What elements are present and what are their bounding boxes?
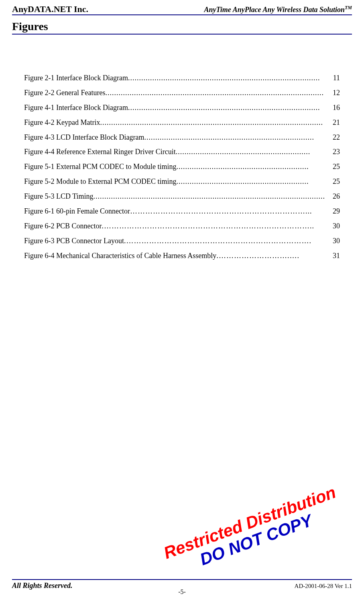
toc-page: 21 (330, 115, 340, 130)
toc-row: Figure 6-2 PCB Connector .……………………………………… (24, 219, 340, 234)
toc-label: Figure 5-3 LCD Timing (24, 189, 94, 204)
toc-dots: ........................................… (176, 144, 330, 159)
toc-label: Figure 6-4 Mechanical Characteristics of… (24, 248, 216, 263)
tagline-text: AnyTime AnyPlace Any Wireless Data Solut… (204, 6, 345, 14)
watermark-line1: Restricted Distribution (161, 483, 338, 562)
toc-page: 22 (330, 130, 340, 145)
toc-page: 31 (330, 248, 340, 263)
toc-row: Figure 4-1 Interface Block Diagram .....… (24, 100, 340, 115)
toc-page: 30 (330, 234, 340, 248)
toc-dots: .………………………………………………………………. (124, 234, 330, 248)
toc-page: 25 (330, 159, 340, 174)
tagline: AnyTime AnyPlace Any Wireless Data Solut… (204, 5, 352, 14)
toc-row: Figure 6-1 60-pin Female Connector ……………… (24, 204, 340, 219)
toc-row: Figure 2-1 Interface Block Diagram .....… (24, 71, 340, 85)
toc-row: Figure 4-2 Keypad Matrix ...............… (24, 115, 340, 130)
toc-label: Figure 4-3 LCD Interface Block Diagram (24, 130, 144, 145)
toc-label: Figure 6-2 PCB Connector (24, 219, 102, 234)
toc-row: Figure 6-4 Mechanical Characteristics of… (24, 248, 340, 263)
toc-label: Figure 2-1 Interface Block Diagram (24, 71, 128, 85)
figures-list: Figure 2-1 Interface Block Diagram .....… (12, 35, 352, 263)
toc-dots: ........................................… (128, 71, 331, 85)
toc-dots: ........................................… (105, 85, 330, 100)
section-title: Figures (12, 20, 352, 33)
toc-label: Figure 2-2 General Features (24, 85, 105, 100)
footer-version: AD-2001-06-28 Ver 1.1 (295, 583, 352, 590)
footer-rights: All Rights Reserved. (12, 582, 73, 590)
toc-page: 30 (330, 219, 340, 234)
toc-page: 12 (330, 85, 340, 100)
toc-dots: ……………………………………………………………... (130, 204, 330, 219)
watermark-line2: DO NOT COPY (168, 500, 345, 580)
footer-page-number: -5- (178, 588, 186, 596)
toc-dots: .……………………………………………………………………….. (102, 219, 331, 234)
company-name: AnyDATA.NET Inc. (12, 4, 88, 14)
toc-dots: ........................................… (177, 174, 331, 189)
toc-label: Figure 6-1 60-pin Female Connector (24, 204, 130, 219)
toc-page: 11 (331, 71, 340, 85)
toc-page: 23 (330, 144, 340, 159)
watermark: Restricted Distribution DO NOT COPY (161, 483, 345, 580)
toc-row: Figure 6-3 PCB Connector Layout .…………………… (24, 234, 340, 248)
toc-row: Figure 4-4 Reference External Ringer Dri… (24, 144, 340, 159)
toc-row: Figure 5-2 Module to External PCM CODEC … (24, 174, 340, 189)
page-header: AnyDATA.NET Inc. AnyTime AnyPlace Any Wi… (12, 0, 352, 15)
toc-page: 29 (330, 204, 340, 219)
toc-page: 25 (330, 174, 340, 189)
toc-dots: ........................................… (177, 159, 331, 174)
toc-label: Figure 4-2 Keypad Matrix (24, 115, 100, 130)
toc-label: Figure 6-3 PCB Connector Layout (24, 234, 124, 248)
toc-row: Figure 5-1 External PCM CODEC to Module … (24, 159, 340, 174)
toc-page: 16 (330, 100, 340, 115)
footer-rule (12, 579, 352, 580)
toc-row: Figure 2-2 General Features ............… (24, 85, 340, 100)
trademark-sup: TM (345, 5, 352, 10)
toc-label: Figure 4-1 Interface Block Diagram (24, 100, 128, 115)
toc-dots: ........................................… (128, 100, 330, 115)
toc-label: Figure 5-1 External PCM CODEC to Module … (24, 159, 177, 174)
toc-dots: ........................................… (100, 115, 330, 130)
page-footer: All Rights Reserved. AD-2001-06-28 Ver 1… (12, 579, 352, 590)
toc-row: Figure 4-3 LCD Interface Block Diagram .… (24, 130, 340, 145)
toc-row: Figure 5-3 LCD Timing ..................… (24, 189, 340, 204)
toc-page: 26 (330, 189, 340, 204)
toc-dots: ........................................… (94, 189, 330, 204)
toc-label: Figure 4-4 Reference External Ringer Dri… (24, 144, 176, 159)
toc-label: Figure 5-2 Module to External PCM CODEC … (24, 174, 177, 189)
toc-dots: .……………………….…. (216, 248, 330, 263)
toc-dots: ........................................… (144, 130, 330, 145)
